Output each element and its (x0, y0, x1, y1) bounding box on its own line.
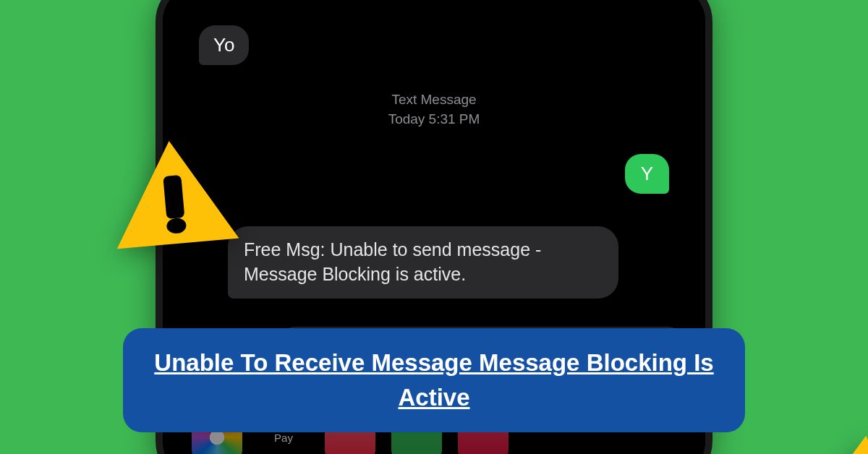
message-timestamp: Text Message Today 5:31 PM (184, 90, 684, 129)
system-message-bubble[interactable]: Free Msg: Unable to send message - Messa… (228, 226, 618, 299)
timestamp-time: Today 5:31 PM (184, 110, 684, 129)
headline-banner: Unable To Receive Message Message Blocki… (123, 328, 745, 432)
timestamp-label: Text Message (184, 90, 684, 110)
incoming-message-bubble[interactable]: Yo (199, 25, 249, 65)
headline-text: Unable To Receive Message Message Blocki… (152, 346, 716, 415)
outgoing-message-bubble[interactable]: Y (625, 154, 669, 194)
apple-pay-label: Pay (274, 432, 293, 444)
